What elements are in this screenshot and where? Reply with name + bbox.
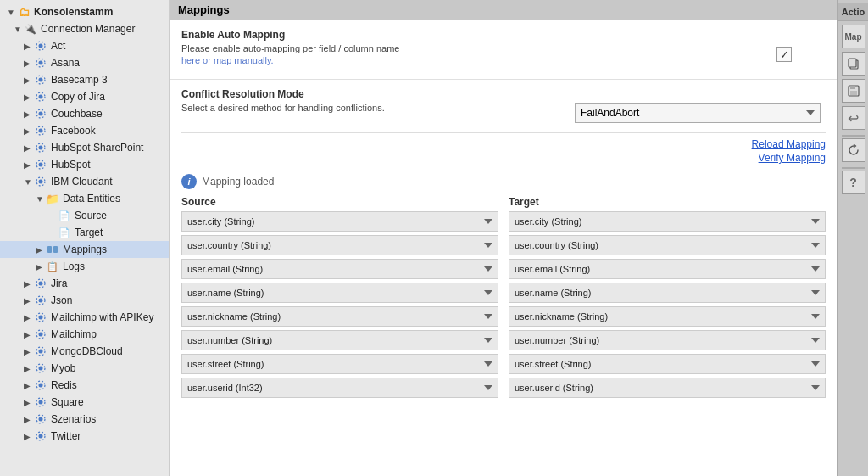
- sidebar-item-hubspotsharepoint[interactable]: ▶HubSpot SharePoint: [0, 139, 169, 156]
- copy-button[interactable]: [842, 52, 865, 76]
- jira-arrow: ▶: [24, 279, 34, 288]
- target-select-0[interactable]: user.city (String): [509, 211, 826, 232]
- action-links: Reload Mapping Verify Mapping: [170, 133, 837, 169]
- source-select-1[interactable]: user.country (String): [181, 235, 498, 255]
- szenarios-arrow: ▶: [24, 415, 34, 424]
- sidebar-item-hubspot[interactable]: ▶HubSpot: [0, 156, 169, 173]
- sidebar-item-myob[interactable]: ▶Myob: [0, 360, 169, 377]
- svg-point-10: [39, 129, 43, 133]
- couchbase-arrow: ▶: [24, 109, 34, 119]
- connection-icon: [34, 412, 47, 426]
- sidebar-item-facebook[interactable]: ▶Facebook: [0, 122, 169, 139]
- target-select-3[interactable]: user.name (String): [509, 283, 826, 303]
- sidebar-item-label-basecamp3: Basecamp 3: [51, 74, 108, 86]
- sidebar-item-label-myob: Myob: [51, 362, 75, 374]
- connection-icon: [34, 90, 47, 104]
- sidebar-item-json[interactable]: ▶Json: [0, 292, 169, 309]
- sidebar-item-szenarios[interactable]: ▶Szenarios: [0, 411, 169, 428]
- sidebar-item-mongodbcloud[interactable]: ▶MongoDBCloud: [0, 343, 169, 360]
- target-select-2[interactable]: user.email (String): [509, 259, 826, 279]
- sidebar-item-label-redis: Redis: [51, 379, 77, 391]
- sidebar-item-twitter[interactable]: ▶Twitter: [0, 428, 169, 445]
- auto-mapping-desc: Please enable auto-mapping per field / c…: [181, 43, 399, 53]
- source-select-7[interactable]: user.userid (Int32): [181, 378, 498, 398]
- mapping-row: user.city (String)user.city (String): [181, 211, 826, 232]
- source-select-2[interactable]: user.email (String): [181, 259, 498, 279]
- connection-icon: [34, 107, 47, 120]
- sidebar-item-connection-manager[interactable]: ▼ 🔌 Connection Manager: [0, 20, 169, 37]
- target-select-5[interactable]: user.number (String): [509, 330, 826, 350]
- auto-mapping-section: Enable Auto Mapping Please enable auto-m…: [170, 20, 837, 80]
- target-select-7[interactable]: user.userid (String): [509, 378, 826, 398]
- twitter-arrow: ▶: [24, 432, 34, 441]
- sidebar-item-label-facebook: Facebook: [51, 125, 96, 137]
- conflict-resolution-select[interactable]: FailAndAbort SkipAndContinue Override: [575, 103, 821, 123]
- sidebar-item-mappings[interactable]: ▶Mappings: [0, 241, 169, 258]
- root-folder-icon: 🗂: [17, 5, 31, 19]
- sidebar-item-couchbase[interactable]: ▶Couchbase: [0, 105, 169, 122]
- mappings-arrow: ▶: [36, 245, 46, 255]
- sidebar-item-basecamp3[interactable]: ▶Basecamp 3: [0, 71, 169, 88]
- connection-icon: [34, 344, 47, 358]
- source-select-3[interactable]: user.name (String): [181, 283, 498, 303]
- panel-divider2: [842, 167, 865, 169]
- auto-mapping-title: Enable Auto Mapping: [181, 29, 826, 41]
- mapping-col-headers: Source Target: [181, 196, 826, 208]
- sidebar-item-source[interactable]: 📄Source: [0, 207, 169, 224]
- sidebar-item-label-couchbase: Couchbase: [51, 108, 103, 120]
- undo-button[interactable]: ↩: [842, 106, 865, 130]
- mappings-title: Mappings: [178, 3, 230, 16]
- panel-divider: [842, 135, 865, 137]
- svg-point-38: [39, 434, 43, 439]
- dataentities-arrow: ▼: [36, 194, 46, 204]
- verify-mapping-link[interactable]: Verify Mapping: [759, 152, 826, 164]
- sidebar-item-copyofjira[interactable]: ▶Copy of Jira: [0, 88, 169, 105]
- sidebar-item-redis[interactable]: ▶Redis: [0, 377, 169, 394]
- target-select-4[interactable]: user.nickname (String): [509, 306, 826, 327]
- source-select-6[interactable]: user.street (String): [181, 354, 498, 374]
- leaf-icon: 📄: [58, 209, 71, 222]
- map-button[interactable]: Map: [842, 25, 865, 48]
- mapping-info: i Mapping loaded: [170, 169, 837, 193]
- source-select-0[interactable]: user.city (String): [181, 211, 498, 232]
- sidebar-item-ibmcloudant[interactable]: ▼IBM Cloudant: [0, 173, 169, 190]
- connection-icon: [34, 378, 47, 392]
- svg-point-20: [39, 282, 43, 286]
- sidebar-items: ▶Act▶Asana▶Basecamp 3▶Copy of Jira▶Couch…: [0, 37, 169, 445]
- connection-icon: [34, 39, 47, 53]
- auto-mapping-checkbox[interactable]: [776, 47, 792, 62]
- sidebar-item-asana[interactable]: ▶Asana: [0, 54, 169, 71]
- svg-point-0: [39, 44, 43, 48]
- info-icon: i: [181, 174, 197, 189]
- source-select-4[interactable]: user.nickname (String): [181, 306, 498, 327]
- sidebar-root[interactable]: ▼ 🗂 Konsolenstamm: [0, 3, 169, 20]
- right-panel: Actio Map ↩ ?: [837, 0, 868, 476]
- source-select-5[interactable]: user.number (String): [181, 330, 498, 350]
- logs-arrow: ▶: [36, 262, 46, 272]
- svg-point-12: [39, 146, 43, 150]
- target-col-header: Target: [509, 196, 826, 208]
- sidebar-item-label-jira: Jira: [51, 277, 67, 289]
- sidebar-item-target[interactable]: 📄Target: [0, 224, 169, 241]
- sidebar-item-label-asana: Asana: [51, 57, 80, 69]
- mailchimpwithapi-arrow: ▶: [24, 313, 34, 322]
- sidebar-item-jira[interactable]: ▶Jira: [0, 275, 169, 292]
- source-col-header: Source: [181, 196, 498, 208]
- auto-mapping-link[interactable]: here or map manually.: [181, 55, 399, 65]
- target-select-1[interactable]: user.country (String): [509, 235, 826, 255]
- refresh-button[interactable]: [842, 138, 865, 162]
- conflict-title: Conflict Resolution Mode: [181, 88, 826, 100]
- sidebar-item-mailchimpwithapi[interactable]: ▶Mailchimp with APIKey: [0, 309, 169, 326]
- sidebar-item-mailchimp[interactable]: ▶Mailchimp: [0, 326, 169, 343]
- sidebar-item-act[interactable]: ▶Act: [0, 37, 169, 54]
- reload-mapping-link[interactable]: Reload Mapping: [752, 138, 826, 150]
- sidebar-item-square[interactable]: ▶Square: [0, 394, 169, 411]
- sidebar-item-logs[interactable]: ▶📋Logs: [0, 258, 169, 275]
- sidebar-item-dataentities[interactable]: ▼📁Data Entities: [0, 190, 169, 207]
- sidebar-item-label-mongodbcloud: MongoDBCloud: [51, 345, 123, 357]
- help-button[interactable]: ?: [842, 171, 865, 194]
- sidebar-item-label-twitter: Twitter: [51, 430, 81, 442]
- ibmcloudant-arrow: ▼: [24, 177, 34, 187]
- target-select-6[interactable]: user.street (String): [509, 354, 826, 374]
- save-button[interactable]: [842, 79, 865, 103]
